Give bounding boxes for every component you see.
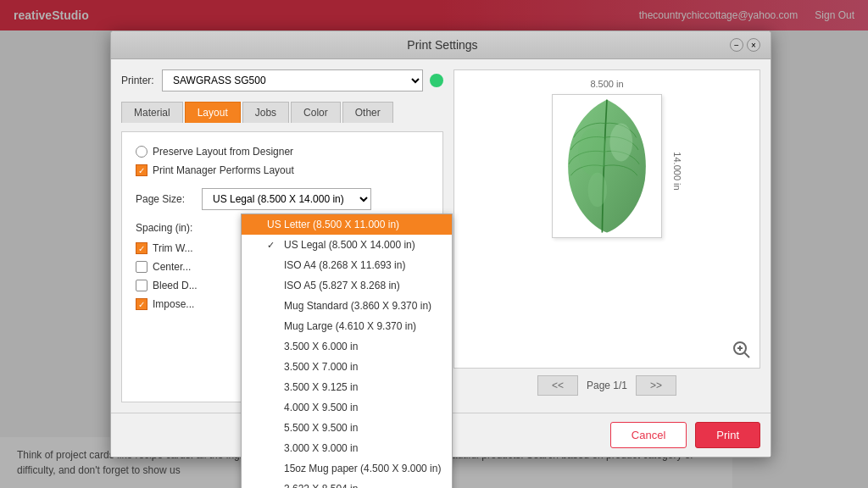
dropdown-item-10[interactable]: 5.500 X 9.500 in xyxy=(242,418,452,438)
leaf-image xyxy=(553,95,661,237)
prev-page-button[interactable]: << xyxy=(537,375,578,396)
checkbox-impose-label: Impose... xyxy=(153,298,194,310)
page-size-dropdown: US Letter (8.500 X 11.000 in) ✓ US Legal… xyxy=(241,214,453,488)
preview-area: 8.500 in xyxy=(453,69,760,369)
close-button[interactable]: × xyxy=(747,38,760,52)
checkbox-impose-input[interactable] xyxy=(136,298,147,310)
dimension-top: 8.500 in xyxy=(590,79,623,89)
svg-line-4 xyxy=(745,353,750,358)
dialog-titlebar: Print Settings − × xyxy=(111,31,771,59)
checkbox-bleed-label: Bleed D... xyxy=(153,280,198,291)
dropdown-item-13[interactable]: 3.622 X 8.504 in xyxy=(242,479,452,488)
cancel-button[interactable]: Cancel xyxy=(610,422,687,448)
tab-content: Preserve Layout from Designer Print Mana… xyxy=(121,131,443,402)
dropdown-item-1[interactable]: ✓ US Legal (8.500 X 14.000 in) xyxy=(242,235,452,255)
checkbox-center-label: Center... xyxy=(153,261,191,273)
next-page-button[interactable]: >> xyxy=(636,375,676,396)
checkbox-bleed-input[interactable] xyxy=(136,280,147,291)
tab-material[interactable]: Material xyxy=(121,102,183,123)
radio-preserve-label: Preserve Layout from Designer xyxy=(153,146,293,158)
nav-row: << Page 1/1 >> xyxy=(537,369,676,402)
page-size-select[interactable]: US Legal (8.500 X 14.000 in) xyxy=(202,188,371,210)
tab-other[interactable]: Other xyxy=(342,102,393,123)
checkbox-center-input[interactable] xyxy=(136,261,147,273)
tab-jobs[interactable]: Jobs xyxy=(242,102,289,123)
preview-paper xyxy=(552,94,662,238)
dialog-controls: − × xyxy=(730,38,760,52)
page-size-row: Page Size: US Legal (8.500 X 14.000 in) xyxy=(136,188,429,210)
checkbox-trim-input[interactable] xyxy=(136,242,147,254)
dropdown-item-2[interactable]: ISO A4 (8.268 X 11.693 in) xyxy=(242,255,452,275)
printer-label: Printer: xyxy=(121,75,155,86)
tabs-container: Material Layout Jobs Color Other xyxy=(121,102,443,123)
printer-select-wrapper: SAWGRASS SG500 xyxy=(162,69,423,92)
dropdown-item-9[interactable]: 4.000 X 9.500 in xyxy=(242,397,452,418)
page-size-label: Page Size: xyxy=(136,193,195,205)
svg-point-1 xyxy=(609,124,632,162)
dimension-right: 14.000 in xyxy=(671,152,682,190)
radio-perform-label: Print Manager Performs Layout xyxy=(153,164,294,176)
dropdown-item-12[interactable]: 15oz Mug paper (4.500 X 9.000 in) xyxy=(242,458,452,479)
page-info: Page 1/1 xyxy=(587,380,627,391)
radio-perform: Print Manager Performs Layout xyxy=(136,164,429,176)
minimize-button[interactable]: − xyxy=(730,38,743,52)
left-panel: Printer: SAWGRASS SG500 Material Layout … xyxy=(121,69,443,402)
tab-color[interactable]: Color xyxy=(291,102,341,123)
svg-point-0 xyxy=(578,128,607,175)
dialog-body: Printer: SAWGRASS SG500 Material Layout … xyxy=(111,59,771,413)
print-button[interactable]: Print xyxy=(695,422,760,448)
dropdown-item-4[interactable]: Mug Standard (3.860 X 9.370 in) xyxy=(242,296,452,316)
dropdown-item-8[interactable]: 3.500 X 9.125 in xyxy=(242,377,452,397)
dropdown-item-5[interactable]: Mug Large (4.610 X 9.370 in) xyxy=(242,316,452,336)
svg-point-2 xyxy=(588,173,607,207)
zoom-icon[interactable] xyxy=(731,339,751,359)
dropdown-item-3[interactable]: ISO A5 (5.827 X 8.268 in) xyxy=(242,275,452,296)
radio-perform-input[interactable] xyxy=(136,164,147,176)
checkbox-trim-label: Trim W... xyxy=(153,242,193,254)
radio-preserve: Preserve Layout from Designer xyxy=(136,146,429,158)
printer-row: Printer: SAWGRASS SG500 xyxy=(121,69,443,92)
radio-preserve-input[interactable] xyxy=(136,146,147,158)
spacing-label: Spacing (in): xyxy=(136,222,192,234)
printer-select[interactable]: SAWGRASS SG500 xyxy=(162,69,423,92)
radio-group: Preserve Layout from Designer Print Mana… xyxy=(136,146,429,176)
printer-status-indicator xyxy=(430,74,443,87)
dropdown-item-11[interactable]: 3.000 X 9.000 in xyxy=(242,438,452,458)
right-panel: 8.500 in xyxy=(453,69,760,402)
dialog-title: Print Settings xyxy=(155,38,730,52)
tab-layout[interactable]: Layout xyxy=(185,102,241,123)
dropdown-item-6[interactable]: 3.500 X 6.000 in xyxy=(242,336,452,357)
print-settings-dialog: Print Settings − × Printer: SAWGRASS SG5… xyxy=(110,30,771,458)
dropdown-item-0[interactable]: US Letter (8.500 X 11.000 in) xyxy=(242,214,452,235)
dropdown-item-7[interactable]: 3.500 X 7.000 in xyxy=(242,357,452,377)
